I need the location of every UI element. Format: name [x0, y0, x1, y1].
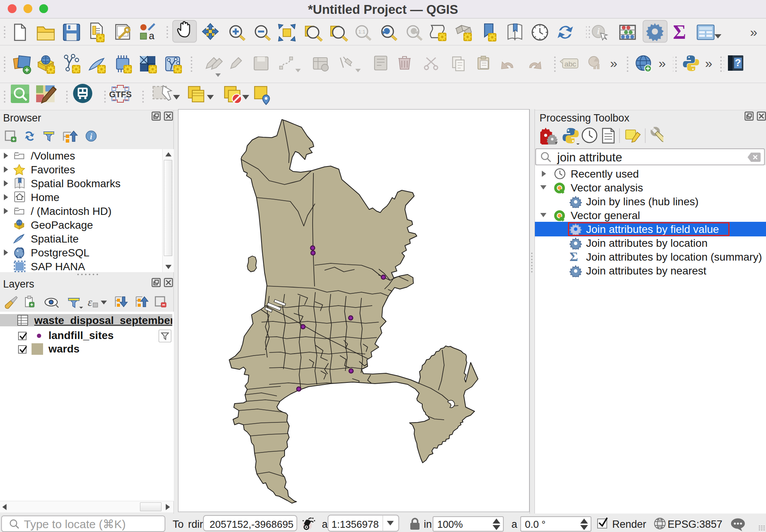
- svg-text:ε: ε: [88, 296, 92, 308]
- svg-text:i: i: [90, 132, 92, 141]
- svg-text:1:1: 1:1: [358, 29, 365, 35]
